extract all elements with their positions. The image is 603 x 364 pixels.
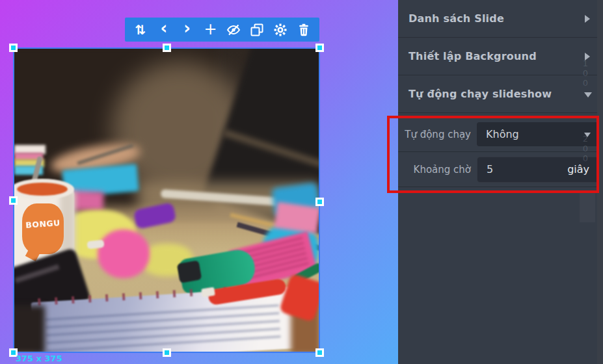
delay-input-value: 5 (487, 163, 493, 176)
menu-item-background-setup[interactable]: Thiết lập Background (398, 38, 603, 75)
settings-panel: 1 0 0 2 0 0 Danh sách Slide Thiết lập Ba… (398, 0, 603, 364)
menu-item-label: Danh sách Slide (409, 12, 504, 25)
hide-eye-off-icon[interactable] (224, 21, 243, 39)
delay-setting-row: Khoảng chờ 5 giây (398, 152, 603, 187)
delete-trash-icon[interactable] (295, 21, 313, 39)
panel-edge-strip (597, 0, 603, 364)
element-toolbar: ⇅ ‹ › + (125, 18, 319, 42)
mug-interior (17, 183, 68, 196)
resize-handle-bottom-center[interactable] (163, 348, 171, 357)
desk-photo: BONGU (14, 49, 319, 352)
slideshow-editor: ⇅ ‹ › + (0, 0, 603, 364)
photo-blob (177, 260, 202, 283)
resize-handle-top-center[interactable] (163, 44, 171, 52)
resize-handle-bottom-right[interactable] (315, 348, 324, 357)
resize-handle-middle-right[interactable] (315, 198, 324, 206)
menu-item-label: Tự động chạy slideshow (409, 88, 552, 100)
delay-unit-label: giây (567, 163, 589, 176)
menu-item-slide-list[interactable]: Danh sách Slide (398, 0, 603, 38)
add-glyph: + (204, 21, 217, 37)
menu-item-autoplay-slideshow[interactable]: Tự động chạy slideshow (398, 75, 603, 113)
move-vertical-glyph: ⇅ (135, 23, 146, 36)
chevron-right-icon (585, 15, 590, 23)
autoplay-setting-row: Tự động chạy Không (398, 117, 603, 152)
duplicate-icon[interactable] (248, 21, 266, 39)
prev-glyph: ‹ (160, 20, 167, 36)
autoplay-dropdown-value: Không (486, 128, 519, 140)
menu-item-label: Thiết lập Background (409, 50, 537, 62)
prev-icon[interactable]: ‹ (155, 21, 173, 39)
autoplay-label: Tự động chạy (398, 129, 477, 140)
selected-image-element[interactable]: BONGU (13, 47, 320, 353)
resize-handle-top-right[interactable] (315, 44, 324, 52)
ruler-label-200: 2 0 0 (578, 134, 593, 163)
crumpled-paper (98, 229, 150, 278)
delay-label: Khoảng chờ (398, 164, 477, 176)
element-size-label: 375 x 375 (16, 354, 62, 363)
next-icon[interactable]: › (178, 21, 196, 39)
chevron-down-icon (584, 92, 592, 98)
settings-gear-icon[interactable] (271, 21, 289, 39)
ruler-label-100: 1 0 0 (578, 58, 593, 88)
resize-handle-middle-left[interactable] (9, 196, 18, 205)
add-icon[interactable]: + (202, 21, 220, 39)
resize-handle-top-left[interactable] (9, 44, 18, 52)
move-vertical-icon[interactable]: ⇅ (131, 21, 150, 39)
autoplay-settings-section: Tự động chạy Không Khoảng chờ 5 giây (398, 113, 603, 187)
editor-canvas[interactable]: ⇅ ‹ › + (0, 0, 398, 364)
panel-scrollbar-thumb[interactable] (580, 192, 595, 222)
next-glyph: › (183, 20, 191, 36)
photo-blob (14, 306, 45, 352)
